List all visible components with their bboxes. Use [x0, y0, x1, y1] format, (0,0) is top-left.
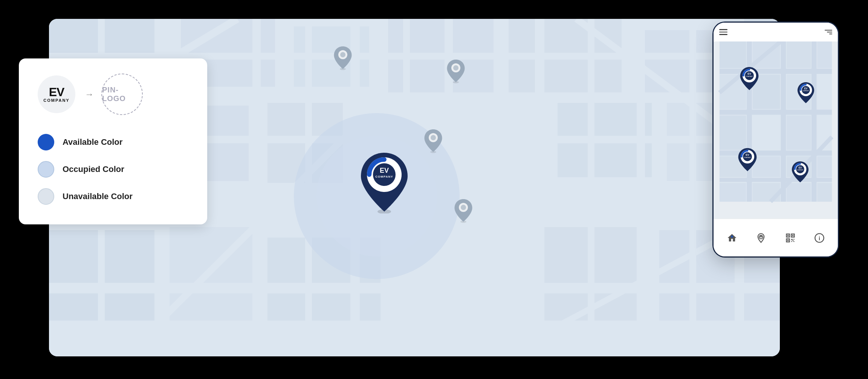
- hamburger-line-2: [719, 32, 727, 33]
- home-icon[interactable]: [727, 233, 737, 243]
- svg-rect-29: [535, 19, 544, 356]
- svg-rect-112: [787, 239, 789, 241]
- qr-code-icon[interactable]: [785, 233, 796, 243]
- svg-text:COMPANY: COMPANY: [746, 76, 753, 77]
- occupied-color-item: Occupied Color: [38, 161, 188, 178]
- mobile-map: EV COMPANY EV COMPANY: [714, 23, 838, 219]
- mobile-header: [714, 23, 838, 41]
- svg-rect-76: [720, 115, 746, 150]
- svg-text:EV: EV: [747, 72, 751, 75]
- logo-section: EV COMPANY → PIN-LOGO: [38, 74, 188, 115]
- available-dot: [38, 134, 54, 150]
- gray-pin-2: [446, 59, 466, 85]
- svg-point-49: [453, 65, 458, 71]
- svg-rect-35: [494, 19, 500, 356]
- gray-pin-3: [423, 129, 444, 155]
- svg-rect-67: [781, 41, 786, 202]
- unavailable-label: Unavailable Color: [63, 192, 133, 201]
- gray-pin-1: [333, 46, 353, 72]
- svg-rect-117: [793, 241, 794, 242]
- ev-logo-text: EV: [49, 86, 64, 98]
- svg-text:COMPANY: COMPANY: [375, 175, 393, 178]
- mobile-pin-3: EV COMPANY: [737, 147, 758, 173]
- svg-text:EV: EV: [804, 87, 808, 90]
- hamburger-line-1: [719, 29, 727, 30]
- svg-text:COMPANY: COMPANY: [797, 169, 804, 171]
- hamburger-line-3: [719, 34, 727, 35]
- svg-text:COMPANY: COMPANY: [803, 90, 809, 92]
- pin-logo-circle: PIN-LOGO: [101, 74, 143, 115]
- svg-rect-5: [509, 19, 622, 102]
- svg-rect-85: [817, 183, 832, 202]
- svg-rect-37: [689, 19, 696, 356]
- ev-logo-company: COMPANY: [43, 98, 69, 103]
- svg-point-52: [431, 135, 436, 140]
- info-icon[interactable]: i: [814, 233, 825, 243]
- filter-icon[interactable]: [825, 30, 832, 34]
- svg-rect-115: [791, 241, 792, 242]
- svg-rect-71: [787, 41, 811, 68]
- svg-rect-77: [787, 115, 811, 150]
- mobile-pin-4: EV COMPANY: [791, 161, 810, 185]
- arrow-icon: →: [85, 89, 94, 100]
- color-legend: Available Color Occupied Color Unavailab…: [38, 134, 188, 205]
- hamburger-icon[interactable]: [719, 29, 727, 35]
- svg-rect-69: [720, 41, 746, 68]
- svg-point-46: [340, 52, 345, 57]
- svg-point-104: [731, 235, 733, 238]
- unavailable-color-item: Unavailable Color: [38, 188, 188, 205]
- svg-rect-81: [817, 157, 832, 177]
- available-label: Available Color: [63, 137, 122, 147]
- unavailable-dot: [38, 188, 54, 205]
- svg-rect-114: [793, 239, 794, 239]
- svg-text:COMPANY: COMPANY: [744, 157, 751, 158]
- svg-rect-82: [720, 183, 746, 202]
- info-panel: EV COMPANY → PIN-LOGO Available Color Oc…: [19, 58, 207, 224]
- mobile-pin-1: EV COMPANY: [739, 66, 760, 92]
- svg-rect-84: [787, 183, 811, 202]
- scene: EV COMPANY EV COMPANY → PIN-LOGO Availab…: [0, 0, 868, 379]
- svg-text:i: i: [819, 235, 820, 241]
- svg-point-55: [461, 205, 466, 210]
- occupied-dot: [38, 161, 54, 178]
- gray-pin-4: [453, 198, 474, 224]
- location-icon[interactable]: [756, 233, 766, 243]
- mobile-frame: EV COMPANY EV COMPANY: [714, 23, 838, 256]
- svg-rect-116: [793, 240, 793, 241]
- svg-rect-110: [792, 235, 793, 236]
- svg-text:EV: EV: [799, 166, 802, 169]
- svg-rect-26: [252, 19, 261, 356]
- pin-logo-text: PIN-LOGO: [102, 86, 142, 103]
- svg-rect-72: [817, 41, 832, 68]
- occupied-label: Occupied Color: [63, 164, 124, 174]
- svg-rect-113: [791, 239, 793, 240]
- svg-text:EV: EV: [380, 167, 389, 174]
- mobile-pin-2: EV COMPANY: [796, 81, 815, 106]
- svg-text:EV: EV: [746, 153, 749, 156]
- mobile-bottom-bar: i: [714, 219, 838, 256]
- featured-ev-pin: EV COMPANY: [358, 151, 411, 215]
- available-color-item: Available Color: [38, 134, 188, 150]
- svg-rect-68: [811, 41, 817, 202]
- ev-logo-circle: EV COMPANY: [38, 75, 75, 113]
- svg-point-106: [760, 236, 762, 238]
- svg-rect-108: [787, 235, 789, 236]
